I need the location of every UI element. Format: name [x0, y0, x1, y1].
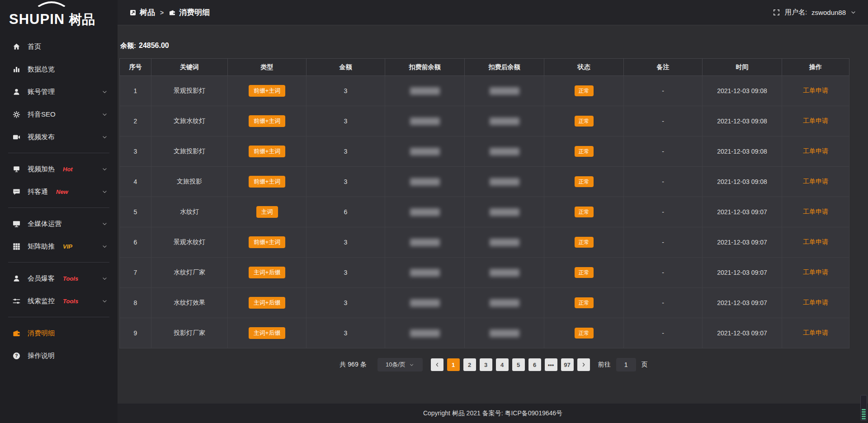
mini-widget[interactable] — [860, 395, 867, 421]
sidebar-item-video-publish[interactable]: 视频发布 — [0, 126, 118, 148]
breadcrumb-item[interactable]: 树品 — [129, 7, 155, 18]
work-order-link[interactable]: 工单申请 — [803, 238, 828, 245]
sidebar-divider — [8, 317, 109, 317]
sidebar: SHUPIN 树品 首页数据总览账号管理抖音SEO视频发布视频加热Hot抖客通N… — [0, 0, 118, 423]
sidebar-item-label: 视频发布 — [28, 133, 55, 141]
page-button-3[interactable]: 3 — [480, 358, 492, 371]
pagination: 共 969 条10条/页123456•••97前往1页 — [119, 358, 868, 371]
cell-status: 正常 — [544, 197, 624, 227]
breadcrumb-item[interactable]: 消费明细 — [169, 7, 210, 18]
page-size-select[interactable]: 10条/页 — [377, 358, 423, 371]
cell-amount: 3 — [307, 106, 385, 136]
cell-action: 工单申请 — [782, 76, 849, 106]
prev-page-button[interactable] — [431, 358, 443, 371]
chevron-down-icon — [102, 166, 108, 172]
cell-post-balance — [465, 197, 544, 227]
work-order-link[interactable]: 工单申请 — [803, 329, 828, 336]
page-button-6[interactable]: 6 — [528, 358, 541, 371]
masked-balance — [410, 208, 440, 216]
chevron-down-icon — [102, 298, 108, 304]
work-order-link[interactable]: 工单申请 — [803, 178, 828, 185]
status-badge: 正常 — [575, 207, 594, 217]
sidebar-item-douketong[interactable]: 抖客通New — [0, 180, 118, 203]
column-header: 操作 — [782, 59, 849, 76]
column-header: 关键词 — [151, 59, 228, 76]
type-badge: 前缀+主词 — [249, 146, 286, 157]
work-order-link[interactable]: 工单申请 — [803, 87, 828, 94]
page-button-4[interactable]: 4 — [496, 358, 509, 371]
username-value[interactable]: zswodun88 — [811, 9, 846, 16]
sidebar-menu: 首页数据总览账号管理抖音SEO视频发布视频加热Hot抖客通New全媒体运营矩阵助… — [0, 29, 118, 367]
cell-amount: 3 — [307, 167, 385, 197]
column-header: 扣费前余额 — [385, 59, 465, 76]
sidebar-item-video-heat[interactable]: 视频加热Hot — [0, 158, 118, 180]
cell-pre-balance — [385, 76, 465, 106]
sidebar-item-clue-monitor[interactable]: 线索监控Tools — [0, 290, 118, 312]
page-button-2[interactable]: 2 — [463, 358, 476, 371]
cell-action: 工单申请 — [782, 318, 849, 348]
cell-post-balance — [465, 227, 544, 258]
cell-type: 主词 — [228, 197, 307, 227]
cell-time: 2021-12-03 09:07 — [703, 197, 782, 227]
chevron-down-icon — [102, 276, 108, 282]
page-button-97[interactable]: 97 — [561, 358, 574, 371]
column-header: 类型 — [228, 59, 307, 76]
breadcrumb-label: 消费明细 — [179, 7, 210, 18]
cell-time: 2021-12-03 09:08 — [703, 76, 782, 106]
sidebar-item-consumption-detail[interactable]: 消费明细 — [0, 322, 118, 344]
table-row: 7水纹灯厂家主词+后缀3正常-2021-12-03 09:07工单申请 — [120, 258, 849, 288]
widget-bar — [862, 411, 866, 413]
goto-page-input[interactable]: 1 — [616, 358, 636, 371]
cell-index: 8 — [120, 288, 151, 318]
type-badge: 主词+后缀 — [249, 297, 286, 309]
chevron-down-icon[interactable] — [850, 9, 856, 15]
cell-index: 5 — [120, 197, 151, 227]
pager-ellipsis[interactable]: ••• — [545, 358, 557, 371]
table-row: 2文旅水纹灯前缀+主词3正常-2021-12-03 09:08工单申请 — [120, 106, 849, 136]
sidebar-item-tag: VIP — [63, 243, 72, 250]
sidebar-item-instructions[interactable]: ?操作说明 — [0, 344, 118, 367]
column-header: 时间 — [703, 59, 782, 76]
fullscreen-icon[interactable] — [773, 9, 780, 16]
svg-text:?: ? — [15, 353, 18, 358]
sidebar-item-media-operation[interactable]: 全媒体运营 — [0, 212, 118, 235]
cell-remark: - — [624, 258, 703, 288]
table-header-row: 序号关键词类型金额扣费前余额扣费后余额状态备注时间操作 — [120, 59, 849, 76]
work-order-link[interactable]: 工单申请 — [803, 147, 828, 155]
sidebar-item-tag: Tools — [63, 275, 78, 282]
help-icon: ? — [12, 352, 21, 360]
sidebar-item-data-overview[interactable]: 数据总览 — [0, 58, 118, 80]
table-row: 1景观投影灯前缀+主词3正常-2021-12-03 09:08工单申请 — [120, 76, 849, 106]
cell-action: 工单申请 — [782, 106, 849, 136]
sidebar-divider — [8, 153, 109, 153]
bar-chart-icon — [12, 65, 21, 74]
cell-pre-balance — [385, 106, 465, 136]
work-order-link[interactable]: 工单申请 — [803, 268, 828, 276]
breadcrumb-label: 树品 — [140, 7, 155, 18]
sidebar-item-member-burst[interactable]: 会员爆客Tools — [0, 267, 118, 290]
page-button-5[interactable]: 5 — [512, 358, 525, 371]
column-header: 状态 — [544, 59, 624, 76]
work-order-link[interactable]: 工单申请 — [803, 299, 828, 306]
page-size-value: 10条/页 — [386, 361, 406, 369]
sidebar-divider — [8, 207, 109, 208]
status-badge: 正常 — [575, 116, 594, 127]
sidebar-item-matrix-boost[interactable]: 矩阵助推VIP — [0, 235, 118, 258]
page-button-1[interactable]: 1 — [447, 358, 460, 371]
cell-remark: - — [624, 167, 703, 197]
monitor-icon — [12, 220, 21, 228]
cell-type: 前缀+主词 — [228, 76, 307, 106]
logo-text-en: SHUPIN — [9, 12, 65, 26]
type-badge: 前缀+主词 — [249, 85, 286, 97]
status-badge: 正常 — [575, 146, 594, 157]
sidebar-item-tag: Hot — [63, 166, 73, 173]
next-page-button[interactable] — [577, 358, 590, 371]
logo[interactable]: SHUPIN 树品 — [0, 0, 118, 29]
main-area: 树品>消费明细 用户名: zswodun88 余额:24856.00 序号关键词… — [118, 0, 868, 423]
sidebar-item-home[interactable]: 首页 — [0, 35, 118, 58]
work-order-link[interactable]: 工单申请 — [803, 117, 828, 124]
sidebar-item-douyin-seo[interactable]: 抖音SEO — [0, 103, 118, 126]
work-order-link[interactable]: 工单申请 — [803, 208, 828, 215]
cell-keyword: 文旅投影灯 — [151, 136, 228, 167]
sidebar-item-account-manage[interactable]: 账号管理 — [0, 80, 118, 103]
